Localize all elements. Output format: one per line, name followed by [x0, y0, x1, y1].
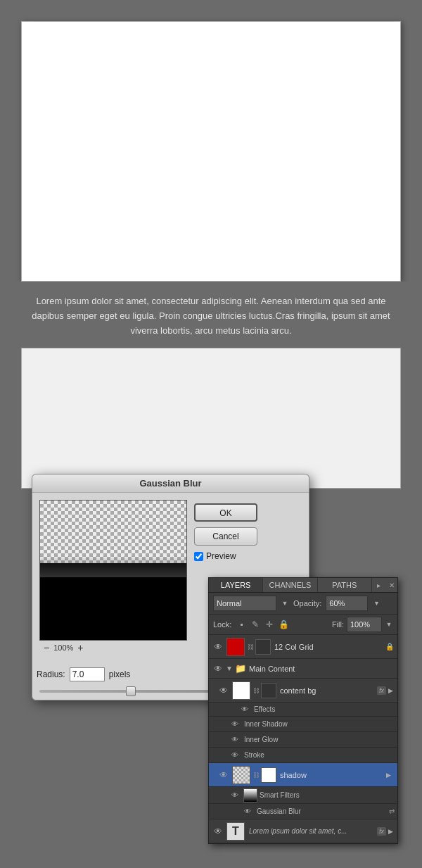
chain-icon-content-bg: ⛓: [252, 687, 260, 694]
preview-label: Preview: [206, 551, 236, 561]
ok-button[interactable]: OK: [194, 503, 257, 522]
zoom-plus-button[interactable]: +: [77, 642, 83, 653]
tab-layers[interactable]: LAYERS: [209, 578, 263, 592]
eye-icon-content-bg[interactable]: 👁: [217, 684, 230, 697]
panel-menu-arrow[interactable]: ▸: [372, 578, 386, 592]
fill-arrow-icon: ▼: [385, 620, 393, 629]
blend-arrow-icon: ▼: [281, 599, 289, 608]
fill-input[interactable]: [347, 617, 382, 632]
layer-row-shadow[interactable]: 👁 ⛓ shadow ▶: [209, 763, 397, 787]
preview-inner: [40, 501, 186, 640]
chain-icon-12col: ⛓: [247, 643, 254, 650]
layer-mask-12col: [255, 639, 271, 655]
layer-thumb-shadow: [232, 766, 250, 784]
smart-filters-label: Smart Filters: [260, 791, 300, 799]
layer-name-text: Lorem ipsum dolor sit amet, c...: [247, 827, 376, 835]
fill-section: Fill: ▼: [332, 617, 393, 632]
opacity-arrow-icon: ▼: [372, 599, 381, 608]
lock-icons: ▪ ✎ ✛ 🔒: [236, 619, 289, 630]
layer-name-main-content: Main Content: [247, 665, 395, 673]
tab-paths[interactable]: PATHS: [318, 578, 372, 592]
blend-mode-select[interactable]: Normal: [213, 596, 276, 611]
lock-position-icon[interactable]: ✎: [250, 619, 261, 630]
layer-thumb-12col: [226, 638, 245, 656]
panel-close-button[interactable]: ✕: [386, 578, 397, 592]
layers-tabs: LAYERS CHANNELS PATHS ▸ ✕: [209, 578, 397, 593]
eye-icon-inner-shadow[interactable]: 👁: [229, 718, 241, 731]
canvas-white-second: [21, 348, 401, 489]
checker-area: [40, 501, 186, 563]
fx-badge-content-bg: fx: [377, 686, 386, 695]
zoom-bar: − 100% +: [39, 641, 187, 658]
lock-all-icon[interactable]: 🔒: [278, 619, 289, 630]
layer-name-12col: 12 Col Grid: [272, 643, 385, 651]
eye-icon-shadow[interactable]: 👁: [217, 769, 230, 781]
gaussian-fx-icon: ⇄: [389, 807, 395, 815]
expand-arrow-main-content[interactable]: ▼: [224, 665, 234, 672]
effects-label: Effects: [254, 705, 275, 713]
smart-filter-row: 👁 Smart Filters: [209, 787, 397, 804]
text-layer-thumb: T: [226, 822, 245, 841]
lock-move-icon[interactable]: ✛: [264, 619, 275, 630]
zoom-minus-button[interactable]: −: [44, 642, 49, 653]
text-section: Lorem ipsum dolor sit amet, consectetur …: [0, 282, 422, 348]
sub-row-stroke[interactable]: 👁 Stroke: [209, 748, 397, 763]
gaussian-blur-label: Gaussian Blur: [257, 807, 301, 815]
lock-row: Lock: ▪ ✎ ✛ 🔒 Fill: ▼: [209, 615, 397, 635]
eye-icon-effects[interactable]: 👁: [238, 705, 251, 713]
eye-icon-main-content[interactable]: 👁: [212, 662, 224, 675]
fx-badge-text: fx: [377, 827, 386, 836]
cancel-button[interactable]: Cancel: [194, 527, 257, 546]
fill-label: Fill:: [332, 620, 344, 629]
scroll-indicator-content-bg: ▶: [386, 687, 395, 694]
layer-name-content-bg: content bg: [278, 686, 376, 695]
text-layer-arrow: ▶: [386, 828, 395, 835]
lock-pixels-icon[interactable]: ▪: [236, 619, 247, 630]
dialog-titlebar: Gaussian Blur: [32, 474, 309, 493]
preview-checkbox[interactable]: [194, 552, 203, 561]
inner-shadow-label: Inner Shadow: [244, 720, 288, 728]
folder-icon-main-content: 📁: [234, 662, 247, 675]
eye-icon-gaussian-blur[interactable]: 👁: [241, 807, 254, 815]
dialog-preview: [39, 500, 187, 641]
second-canvas-area: [0, 348, 422, 489]
shadow-expand-icon: ▶: [386, 772, 395, 779]
pixels-label: pixels: [109, 669, 131, 679]
top-canvas-area: [0, 0, 422, 282]
dialog-title: Gaussian Blur: [139, 478, 201, 489]
zoom-percent-label: 100%: [53, 643, 73, 652]
layer-mask-content-bg: [261, 683, 276, 698]
eye-icon-stroke[interactable]: 👁: [229, 749, 241, 762]
layers-panel: LAYERS CHANNELS PATHS ▸ ✕ Normal ▼ Opaci…: [208, 577, 398, 844]
radius-label: Radius:: [37, 669, 65, 679]
eye-icon-text-layer[interactable]: 👁: [212, 825, 224, 838]
smart-filter-thumb: [243, 788, 257, 803]
eye-icon-inner-glow[interactable]: 👁: [229, 734, 241, 746]
layer-thumb-content-bg: [232, 681, 250, 700]
layers-controls: Normal ▼ Opacity: ▼: [209, 593, 397, 615]
sub-row-inner-shadow[interactable]: 👁 Inner Shadow: [209, 717, 397, 732]
radius-slider-thumb[interactable]: [126, 686, 136, 696]
layer-lock-12col: 🔒: [385, 642, 395, 652]
lorem-ipsum-text: Lorem ipsum dolor sit amet, consectetur …: [21, 294, 401, 338]
layer-row-12col[interactable]: 👁 ⛓ 12 Col Grid 🔒: [209, 635, 397, 659]
preview-checkbox-row: Preview: [194, 551, 257, 561]
layer-mask-shadow: [261, 767, 276, 783]
radius-input[interactable]: [70, 667, 105, 681]
black-area: [40, 577, 186, 640]
opacity-label: Opacity:: [293, 599, 321, 608]
chain-icon-shadow: ⛓: [252, 772, 260, 779]
effects-row: 👁 Effects: [209, 703, 397, 717]
eye-icon-12col[interactable]: 👁: [212, 641, 224, 653]
layer-row-main-content[interactable]: 👁 ▼ 📁 Main Content: [209, 659, 397, 679]
opacity-input[interactable]: [326, 596, 368, 611]
eye-icon-smart-filters[interactable]: 👁: [229, 789, 241, 802]
canvas-white-top: [21, 21, 401, 282]
sub-row-inner-glow[interactable]: 👁 Inner Glow: [209, 732, 397, 748]
gaussian-blur-layer-row[interactable]: 👁 Gaussian Blur ⇄: [209, 804, 397, 819]
tab-channels[interactable]: CHANNELS: [263, 578, 317, 592]
layer-name-shadow: shadow: [278, 771, 386, 779]
stroke-label: Stroke: [244, 751, 264, 759]
layer-row-text[interactable]: 👁 T Lorem ipsum dolor sit amet, c... fx …: [209, 819, 397, 843]
layer-row-content-bg[interactable]: 👁 ⛓ content bg fx ▶: [209, 679, 397, 703]
